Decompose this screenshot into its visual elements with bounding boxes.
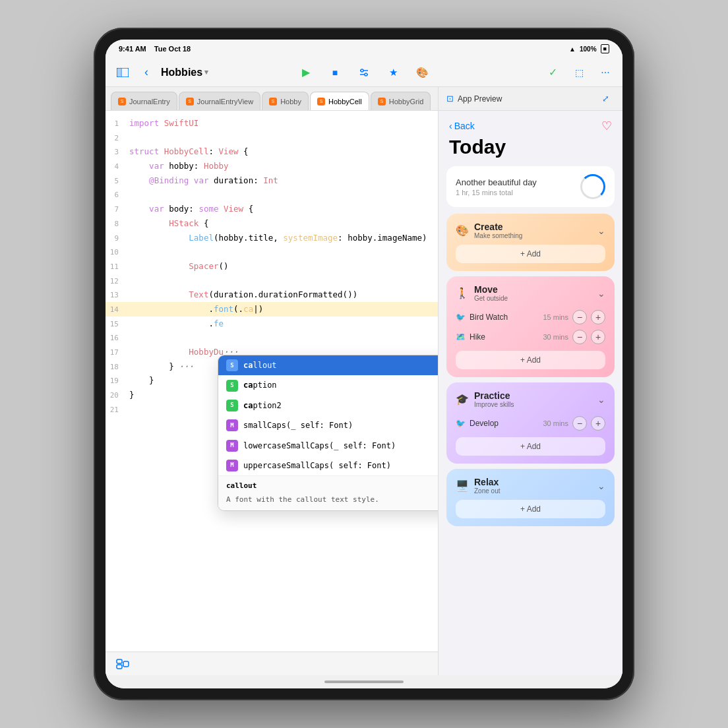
card-title: Practice (474, 390, 514, 401)
code-line-8: 8 HStack { (106, 216, 438, 231)
ac-item-caption[interactable]: S caption (218, 375, 438, 395)
ac-item-caption2[interactable]: S caption2 (218, 396, 438, 415)
svg-rect-9 (123, 661, 129, 667)
palette-button[interactable]: 🎨 (413, 63, 431, 82)
tab-hobby-cell[interactable]: S HobbyCell (310, 92, 369, 110)
activity-name-label: Develop (470, 419, 499, 428)
app-today-title: Today (439, 136, 622, 166)
code-structure-button[interactable] (113, 655, 132, 673)
ac-badge: M (226, 460, 238, 471)
code-line-12: 12 (106, 274, 438, 288)
autocomplete-popup[interactable]: S callout ↵ S caption S caption2 (218, 355, 438, 511)
sidebar-toggle-button[interactable] (113, 63, 132, 82)
relax-add-button[interactable]: + Add (456, 500, 605, 518)
ac-badge: S (226, 400, 238, 411)
preview-header: ⊡ App Preview ⤢ (439, 87, 622, 111)
tab-journal-entry[interactable]: S JournalEntry (111, 92, 177, 110)
tab-journal-entry-view[interactable]: S JournalEntryView (179, 92, 260, 110)
card-header: 🚶 Move Get outside ⌄ (456, 284, 605, 302)
activity-decrement-button[interactable]: − (572, 310, 587, 324)
code-line-6: 6 (106, 187, 438, 202)
home-indicator (106, 675, 622, 688)
tab-hobby-grid[interactable]: S HobbyGrid (371, 92, 431, 110)
stop-button[interactable]: ■ (326, 63, 344, 82)
ac-footer-desc: A font with the callout text style. (226, 494, 438, 506)
svg-point-5 (361, 69, 363, 72)
practice-add-button[interactable]: + Add (456, 437, 605, 456)
card-title: Move (474, 284, 508, 295)
ipad-screen: 9:41 AM Tue Oct 18 ▲ 100% ■ ‹ (106, 40, 622, 688)
activity-develop: 🐦 Develop 30 mins − + (456, 413, 605, 433)
activity-increment-button[interactable]: + (591, 416, 605, 431)
tabs-bar: S JournalEntry S JournalEntryView S Hobb… (106, 87, 438, 111)
app-back-button[interactable]: ‹ Back (449, 121, 475, 131)
code-line-15: 15 .fe (106, 317, 438, 331)
toolbar-left: ‹ Hobbies ▾ (113, 63, 277, 82)
activity-name-label: Hike (470, 332, 485, 342)
battery-icon: ■ (601, 44, 609, 53)
main-content: S JournalEntry S JournalEntryView S Hobb… (106, 87, 622, 675)
run-button[interactable]: ▶ (297, 63, 315, 82)
card-subtitle: Make something (474, 232, 522, 239)
toolbar-right: ✓ ⬚ ··· (451, 63, 615, 82)
card-header: 🖥️ Relax Zone out ⌄ (456, 477, 605, 495)
activity-icon: 🐦 (456, 419, 466, 428)
project-title[interactable]: Hobbies ▾ (161, 67, 208, 78)
ac-footer: callout A font with the callout text sty… (218, 475, 438, 510)
ac-item-callout[interactable]: S callout ↵ (218, 355, 438, 375)
ac-item-uppercase-smallcaps[interactable]: M uppercaseSmallCaps( self: Font) (218, 456, 438, 475)
code-line-11: 11 Spacer() (106, 259, 438, 274)
back-button[interactable]: ‹ (137, 63, 156, 82)
preview-expand-button[interactable]: ⤢ (596, 90, 615, 108)
swift-icon: S (118, 98, 126, 106)
status-bar: 9:41 AM Tue Oct 18 ▲ 100% ■ (106, 40, 622, 58)
activity-bird-watch: 🐦 Bird Watch 15 mins − + (456, 307, 605, 327)
checkmark-button[interactable]: ✓ (543, 63, 562, 82)
app-heart-button[interactable]: ♡ (601, 119, 612, 133)
code-line-5: 5 @Binding var duration: Int (106, 173, 438, 188)
more-button[interactable]: ··· (596, 63, 615, 82)
svg-rect-7 (117, 659, 122, 663)
ipad-device: 9:41 AM Tue Oct 18 ▲ 100% ■ ‹ (94, 28, 634, 700)
ac-item-lowercase-smallcaps[interactable]: M lowercaseSmallCaps(_ self: Font) (218, 436, 438, 456)
status-bar-right: ▲ 100% ■ (569, 44, 609, 53)
home-bar (324, 681, 404, 683)
tab-label: JournalEntryView (197, 98, 253, 106)
ac-badge: M (226, 419, 238, 431)
app-summary-sub: 1 hr, 15 mins total (456, 189, 537, 197)
app-summary-card: Another beautiful day 1 hr, 15 mins tota… (446, 166, 615, 207)
chevron-icon[interactable]: ⌄ (597, 288, 605, 299)
svg-rect-0 (117, 68, 121, 77)
toolbar-center: ▶ ■ ★ 🎨 (282, 63, 446, 82)
create-add-button[interactable]: + Add (456, 245, 605, 263)
category-card-create: 🎨 Create Make something ⌄ + Add (446, 214, 615, 271)
card-header: 🎓 Practice Improve skills ⌄ (456, 390, 605, 408)
tab-hobby[interactable]: S Hobby (262, 92, 309, 110)
code-line-2: 2 (106, 131, 438, 145)
chevron-icon[interactable]: ⌄ (597, 481, 605, 491)
activity-increment-button[interactable]: + (591, 330, 605, 344)
code-line-14: 14 .font(.ca|) (106, 302, 438, 317)
toolbar: ‹ Hobbies ▾ ▶ ■ ★ 🎨 (106, 58, 622, 87)
ac-item-smallcaps[interactable]: M smallCaps(_ self: Font) (218, 415, 438, 435)
code-line-3: 3 struct HobbyCell: View { (106, 144, 438, 159)
code-panel: S JournalEntry S JournalEntryView S Hobb… (106, 87, 438, 675)
preview-title: ⊡ App Preview (446, 94, 502, 104)
swift-icon: S (269, 98, 277, 106)
battery-label: 100% (580, 46, 597, 53)
chevron-icon[interactable]: ⌄ (597, 226, 605, 236)
activity-increment-button[interactable]: + (591, 310, 605, 324)
card-subtitle: Improve skills (474, 401, 514, 408)
code-line-1: 1 import SwiftUI (106, 116, 438, 131)
activity-icon: 🗺️ (456, 332, 466, 342)
wifi-icon: ▲ (569, 46, 576, 53)
code-editor[interactable]: 1 import SwiftUI 2 3 struct HobbyCell: V… (106, 111, 438, 652)
activity-decrement-button[interactable]: − (572, 416, 587, 431)
settings-button[interactable] (355, 63, 373, 82)
card-icon: 🎨 (456, 224, 469, 237)
device-button[interactable]: ⬚ (570, 63, 588, 82)
bookmark-button[interactable]: ★ (384, 63, 402, 82)
activity-decrement-button[interactable]: − (572, 330, 587, 344)
move-add-button[interactable]: + Add (456, 351, 605, 369)
chevron-icon[interactable]: ⌄ (597, 394, 605, 405)
